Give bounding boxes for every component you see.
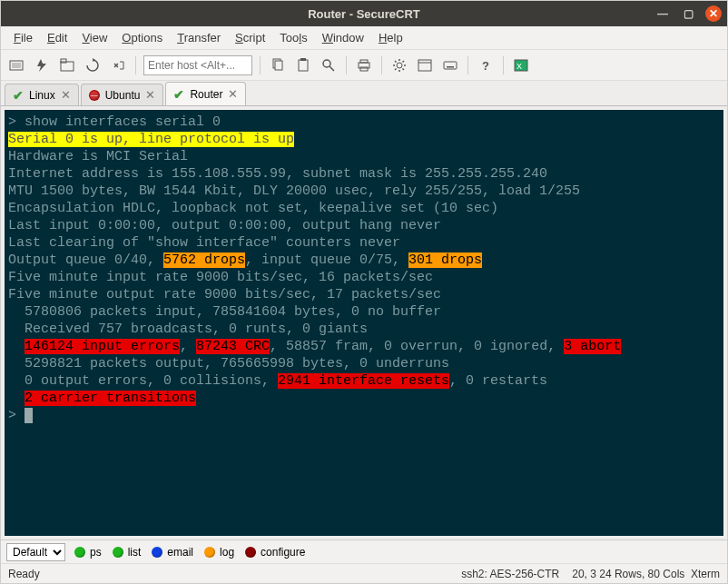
- led-icon: [152, 547, 162, 558]
- settings-icon[interactable]: [389, 55, 409, 75]
- led-icon: [113, 547, 123, 558]
- paste-icon[interactable]: [293, 55, 313, 75]
- svg-rect-11: [360, 60, 368, 63]
- titlebar: Router - SecureCRT — ▢ ✕: [1, 1, 727, 26]
- tab-linux[interactable]: ✔Linux✕: [5, 84, 79, 105]
- button-label: configure: [261, 546, 305, 559]
- button-configure[interactable]: configure: [245, 546, 305, 559]
- tab-ubuntu[interactable]: Ubuntu✕: [81, 84, 164, 105]
- menu-view[interactable]: View: [74, 29, 114, 46]
- svg-line-19: [403, 68, 405, 70]
- svg-rect-6: [299, 60, 308, 71]
- close-tab-icon[interactable]: ✕: [228, 87, 238, 101]
- disconnect-icon[interactable]: [108, 55, 128, 75]
- button-log[interactable]: log: [204, 546, 234, 559]
- menu-window[interactable]: Window: [315, 29, 371, 46]
- tab-router[interactable]: ✔Router✕: [165, 82, 246, 105]
- scheme-select[interactable]: Default: [6, 543, 65, 561]
- toolbar-separator: [135, 56, 136, 74]
- toolbar-separator: [346, 56, 347, 74]
- quick-connect-icon[interactable]: [32, 55, 52, 75]
- terminal-line: Internet address is 155.108.555.99, subn…: [8, 165, 720, 183]
- help-icon[interactable]: ?: [476, 55, 496, 75]
- terminal-line: 146124 input errors, 87243 CRC, 58857 fr…: [8, 338, 720, 355]
- status-ready: Ready: [8, 568, 40, 580]
- toolbar-separator: [260, 56, 261, 74]
- svg-point-13: [397, 63, 402, 68]
- tab-label: Linux: [29, 89, 55, 102]
- terminal-line: >: [8, 407, 720, 424]
- tab-label: Ubuntu: [105, 89, 141, 102]
- find-icon[interactable]: [319, 55, 339, 75]
- keymap-icon[interactable]: [440, 55, 460, 75]
- toolbar: ? X: [1, 50, 727, 81]
- terminal-line: 2 carrier transitions: [8, 390, 720, 407]
- svg-rect-22: [418, 60, 431, 71]
- led-icon: [245, 547, 256, 558]
- menu-script[interactable]: Script: [228, 29, 272, 46]
- button-bar: Default pslistemaillogconfigure: [1, 539, 727, 563]
- menu-options[interactable]: Options: [114, 29, 170, 46]
- toolbar-separator: [381, 56, 382, 74]
- copy-icon[interactable]: [268, 55, 288, 75]
- menu-file[interactable]: File: [6, 29, 40, 46]
- terminal-line: Received 757 broadcasts, 0 runts, 0 gian…: [8, 321, 720, 338]
- led-icon: [204, 547, 215, 558]
- window-minimize-button[interactable]: —: [654, 5, 671, 22]
- window-maximize-button[interactable]: ▢: [680, 5, 696, 22]
- terminal-container: > show interfaces serial 0Serial 0 is up…: [1, 106, 727, 539]
- button-ps[interactable]: ps: [74, 546, 102, 559]
- close-tab-icon[interactable]: ✕: [145, 88, 155, 102]
- close-tab-icon[interactable]: ✕: [61, 88, 71, 102]
- reconnect-icon[interactable]: [83, 55, 103, 75]
- window-close-button[interactable]: ✕: [705, 5, 722, 22]
- button-email[interactable]: email: [152, 546, 193, 559]
- terminal-line: Last input 0:00:00, output 0:00:00, outp…: [8, 217, 720, 234]
- button-label: ps: [90, 546, 102, 559]
- connect-tab-icon[interactable]: [57, 55, 77, 75]
- disconnected-icon: [89, 90, 100, 101]
- menu-transfer[interactable]: Transfer: [170, 29, 228, 46]
- svg-line-18: [395, 61, 397, 63]
- toolbar-separator: [467, 56, 468, 74]
- print-icon[interactable]: [354, 55, 374, 75]
- svg-point-8: [323, 60, 330, 67]
- connected-icon: ✔: [173, 89, 184, 100]
- svg-line-9: [330, 66, 334, 71]
- terminal-line: Output queue 0/40, 5762 drops, input que…: [8, 252, 720, 269]
- terminal-line: Five minute output rate 9000 bits/sec, 1…: [8, 286, 720, 303]
- session-options-icon[interactable]: [415, 55, 435, 75]
- status-protocol: ssh2: AES-256-CTR: [461, 568, 559, 580]
- svg-rect-5: [275, 61, 282, 70]
- status-cursor-pos: 20, 3: [572, 568, 596, 580]
- button-label: log: [220, 546, 234, 559]
- connect-icon[interactable]: [6, 55, 26, 75]
- button-label: email: [167, 546, 193, 559]
- menu-edit[interactable]: Edit: [40, 29, 74, 46]
- menu-help[interactable]: Help: [371, 29, 410, 46]
- svg-rect-24: [444, 62, 457, 69]
- terminal-line: Hardware is MCI Serial: [8, 148, 720, 165]
- toolbar-separator: [503, 56, 504, 74]
- button-list[interactable]: list: [113, 546, 142, 559]
- terminal-line: Last clearing of "show interface" counte…: [8, 234, 720, 252]
- svg-line-20: [395, 68, 397, 70]
- terminal-line: Serial 0 is up, line protocol is up: [8, 131, 720, 148]
- terminal-line: 5780806 packets input, 785841604 bytes, …: [8, 303, 720, 321]
- host-input[interactable]: [143, 55, 252, 75]
- terminal-line: 0 output errors, 0 collisions, 2941 inte…: [8, 372, 720, 390]
- menu-tools[interactable]: Tools: [272, 29, 314, 46]
- terminal[interactable]: > show interfaces serial 0Serial 0 is up…: [5, 110, 723, 536]
- svg-rect-1: [12, 63, 21, 68]
- terminal-line: MTU 1500 bytes, BW 1544 Kbit, DLY 20000 …: [8, 183, 720, 200]
- status-dimensions: 24 Rows, 80 Cols: [599, 568, 684, 580]
- status-emulation: Xterm: [691, 568, 720, 580]
- menubar: File Edit View Options Transfer Script T…: [1, 26, 727, 50]
- xterm-icon[interactable]: X: [511, 55, 531, 75]
- svg-text:X: X: [516, 62, 522, 71]
- svg-rect-7: [300, 58, 306, 61]
- status-bar: Ready ssh2: AES-256-CTR 20, 3 24 Rows, 8…: [1, 563, 727, 583]
- terminal-line: 5298821 packets output, 765665998 bytes,…: [8, 355, 720, 372]
- terminal-line: Five minute input rate 9000 bits/sec, 16…: [8, 269, 720, 286]
- button-label: list: [128, 546, 142, 559]
